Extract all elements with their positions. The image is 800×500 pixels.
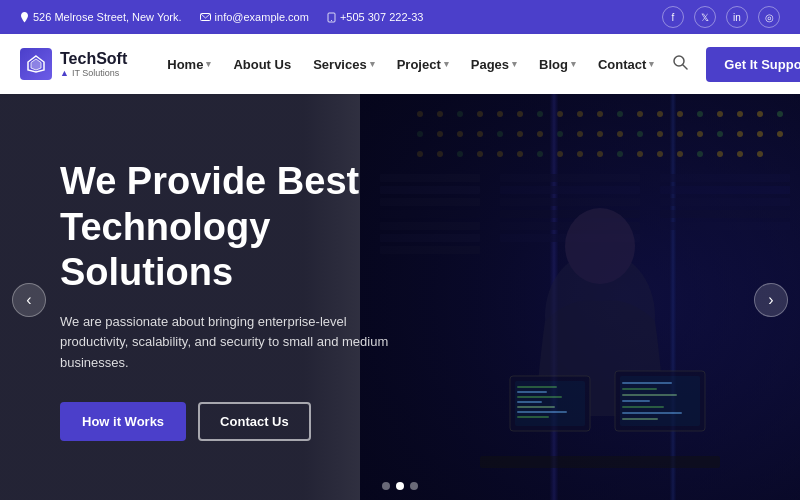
svg-rect-92 — [517, 411, 567, 413]
twitter-link[interactable]: 𝕏 — [694, 6, 716, 28]
svg-rect-99 — [622, 400, 650, 402]
nav-pages[interactable]: Pages ▾ — [461, 34, 527, 94]
svg-marker-3 — [31, 59, 41, 70]
svg-point-83 — [565, 208, 635, 284]
instagram-link[interactable]: ◎ — [758, 6, 780, 28]
home-arrow-icon: ▾ — [206, 59, 211, 69]
hero-section: We Provide Best Technology Solutions We … — [0, 94, 800, 500]
carousel-prev-button[interactable]: ‹ — [12, 283, 46, 317]
carousel-dot-1[interactable] — [382, 482, 390, 490]
nav-about[interactable]: About Us — [223, 34, 301, 94]
contact-arrow-icon: ▾ — [649, 59, 654, 69]
svg-rect-100 — [622, 406, 664, 408]
pages-arrow-icon: ▾ — [512, 59, 517, 69]
logo-icon — [20, 48, 52, 80]
person-silhouette — [460, 136, 740, 500]
svg-rect-91 — [517, 406, 555, 408]
logo-text: TechSoft ▲ IT Solutions — [60, 50, 127, 78]
carousel-dot-2[interactable] — [396, 482, 404, 490]
project-arrow-icon: ▾ — [444, 59, 449, 69]
hero-buttons: How it Works Contact Us — [60, 402, 420, 441]
how-it-works-button[interactable]: How it Works — [60, 402, 186, 441]
svg-rect-97 — [622, 388, 657, 390]
search-button[interactable] — [664, 54, 696, 74]
address-item: 526 Melrose Street, New York. — [20, 11, 182, 23]
cta-button[interactable]: Get It Support — [706, 47, 800, 82]
nav-blog[interactable]: Blog ▾ — [529, 34, 586, 94]
svg-rect-89 — [517, 396, 562, 398]
nav-contact[interactable]: Contact ▾ — [588, 34, 664, 94]
top-bar: 526 Melrose Street, New York. info@examp… — [0, 0, 800, 34]
nav-menu: Home ▾ About Us Services ▾ Project ▾ Pag… — [157, 34, 664, 94]
linkedin-link[interactable]: in — [726, 6, 748, 28]
svg-rect-87 — [517, 386, 557, 388]
social-links: f 𝕏 in ◎ — [662, 6, 780, 28]
logo: TechSoft ▲ IT Solutions — [20, 48, 127, 80]
location-icon — [20, 12, 29, 23]
blog-arrow-icon: ▾ — [571, 59, 576, 69]
facebook-link[interactable]: f — [662, 6, 684, 28]
top-bar-left: 526 Melrose Street, New York. info@examp… — [20, 11, 423, 23]
navbar: TechSoft ▲ IT Solutions Home ▾ About Us … — [0, 34, 800, 94]
nav-home[interactable]: Home ▾ — [157, 34, 221, 94]
phone-item: +505 307 222-33 — [327, 11, 424, 23]
svg-line-5 — [683, 65, 687, 69]
carousel-dots — [382, 482, 418, 490]
svg-rect-90 — [517, 401, 542, 403]
logo-sub-icon: ▲ — [60, 68, 69, 78]
nav-services[interactable]: Services ▾ — [303, 34, 385, 94]
hero-description: We are passionate about bringing enterpr… — [60, 312, 400, 374]
email-icon — [200, 13, 211, 21]
svg-rect-98 — [622, 394, 677, 396]
contact-us-button[interactable]: Contact Us — [198, 402, 311, 441]
email-item: info@example.com — [200, 11, 309, 23]
svg-rect-88 — [517, 391, 547, 393]
carousel-dot-3[interactable] — [410, 482, 418, 490]
svg-rect-93 — [517, 416, 549, 418]
svg-rect-84 — [480, 456, 720, 468]
carousel-next-button[interactable]: › — [754, 283, 788, 317]
svg-rect-102 — [622, 418, 658, 420]
hero-content: We Provide Best Technology Solutions We … — [0, 94, 480, 500]
svg-point-1 — [331, 20, 332, 21]
svg-rect-96 — [622, 382, 672, 384]
phone-icon — [327, 12, 336, 23]
nav-project[interactable]: Project ▾ — [387, 34, 459, 94]
services-arrow-icon: ▾ — [370, 59, 375, 69]
svg-rect-101 — [622, 412, 682, 414]
hero-title: We Provide Best Technology Solutions — [60, 159, 420, 296]
